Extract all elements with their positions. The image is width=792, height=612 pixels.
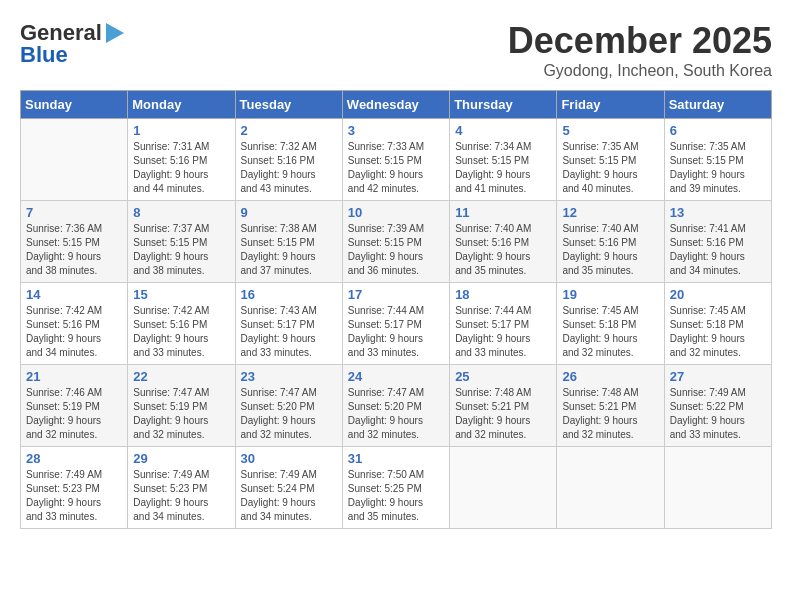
- calendar-cell: 5Sunrise: 7:35 AM Sunset: 5:15 PM Daylig…: [557, 119, 664, 201]
- calendar-cell: 19Sunrise: 7:45 AM Sunset: 5:18 PM Dayli…: [557, 283, 664, 365]
- day-number: 23: [241, 369, 337, 384]
- day-info: Sunrise: 7:47 AM Sunset: 5:20 PM Dayligh…: [241, 386, 337, 442]
- day-number: 14: [26, 287, 122, 302]
- calendar-cell: 9Sunrise: 7:38 AM Sunset: 5:15 PM Daylig…: [235, 201, 342, 283]
- day-number: 21: [26, 369, 122, 384]
- calendar-cell: 22Sunrise: 7:47 AM Sunset: 5:19 PM Dayli…: [128, 365, 235, 447]
- header-tuesday: Tuesday: [235, 91, 342, 119]
- day-number: 18: [455, 287, 551, 302]
- day-number: 4: [455, 123, 551, 138]
- calendar-cell: 30Sunrise: 7:49 AM Sunset: 5:24 PM Dayli…: [235, 447, 342, 529]
- day-info: Sunrise: 7:45 AM Sunset: 5:18 PM Dayligh…: [562, 304, 658, 360]
- day-info: Sunrise: 7:36 AM Sunset: 5:15 PM Dayligh…: [26, 222, 122, 278]
- calendar-cell: 24Sunrise: 7:47 AM Sunset: 5:20 PM Dayli…: [342, 365, 449, 447]
- day-info: Sunrise: 7:44 AM Sunset: 5:17 PM Dayligh…: [455, 304, 551, 360]
- calendar-cell: 15Sunrise: 7:42 AM Sunset: 5:16 PM Dayli…: [128, 283, 235, 365]
- calendar-cell: [450, 447, 557, 529]
- day-number: 9: [241, 205, 337, 220]
- day-number: 29: [133, 451, 229, 466]
- header-saturday: Saturday: [664, 91, 771, 119]
- week-row-4: 28Sunrise: 7:49 AM Sunset: 5:23 PM Dayli…: [21, 447, 772, 529]
- week-row-0: 1Sunrise: 7:31 AM Sunset: 5:16 PM Daylig…: [21, 119, 772, 201]
- day-info: Sunrise: 7:44 AM Sunset: 5:17 PM Dayligh…: [348, 304, 444, 360]
- calendar-cell: 6Sunrise: 7:35 AM Sunset: 5:15 PM Daylig…: [664, 119, 771, 201]
- calendar-cell: [21, 119, 128, 201]
- logo-arrow-icon: [106, 23, 124, 43]
- day-number: 28: [26, 451, 122, 466]
- day-number: 19: [562, 287, 658, 302]
- week-row-3: 21Sunrise: 7:46 AM Sunset: 5:19 PM Dayli…: [21, 365, 772, 447]
- day-info: Sunrise: 7:43 AM Sunset: 5:17 PM Dayligh…: [241, 304, 337, 360]
- calendar-cell: 17Sunrise: 7:44 AM Sunset: 5:17 PM Dayli…: [342, 283, 449, 365]
- day-info: Sunrise: 7:39 AM Sunset: 5:15 PM Dayligh…: [348, 222, 444, 278]
- day-info: Sunrise: 7:41 AM Sunset: 5:16 PM Dayligh…: [670, 222, 766, 278]
- header-wednesday: Wednesday: [342, 91, 449, 119]
- page-header: General Blue December 2025 Gyodong, Inch…: [20, 20, 772, 80]
- logo: General Blue: [20, 20, 124, 68]
- location: Gyodong, Incheon, South Korea: [508, 62, 772, 80]
- day-number: 7: [26, 205, 122, 220]
- calendar-cell: 8Sunrise: 7:37 AM Sunset: 5:15 PM Daylig…: [128, 201, 235, 283]
- day-number: 24: [348, 369, 444, 384]
- day-info: Sunrise: 7:38 AM Sunset: 5:15 PM Dayligh…: [241, 222, 337, 278]
- header-monday: Monday: [128, 91, 235, 119]
- day-number: 20: [670, 287, 766, 302]
- day-info: Sunrise: 7:37 AM Sunset: 5:15 PM Dayligh…: [133, 222, 229, 278]
- day-info: Sunrise: 7:32 AM Sunset: 5:16 PM Dayligh…: [241, 140, 337, 196]
- day-info: Sunrise: 7:49 AM Sunset: 5:23 PM Dayligh…: [26, 468, 122, 524]
- day-number: 6: [670, 123, 766, 138]
- calendar-cell: 2Sunrise: 7:32 AM Sunset: 5:16 PM Daylig…: [235, 119, 342, 201]
- calendar-cell: 23Sunrise: 7:47 AM Sunset: 5:20 PM Dayli…: [235, 365, 342, 447]
- day-number: 22: [133, 369, 229, 384]
- day-number: 5: [562, 123, 658, 138]
- day-info: Sunrise: 7:42 AM Sunset: 5:16 PM Dayligh…: [26, 304, 122, 360]
- calendar-cell: 21Sunrise: 7:46 AM Sunset: 5:19 PM Dayli…: [21, 365, 128, 447]
- calendar-cell: [557, 447, 664, 529]
- day-number: 25: [455, 369, 551, 384]
- day-info: Sunrise: 7:47 AM Sunset: 5:19 PM Dayligh…: [133, 386, 229, 442]
- header-friday: Friday: [557, 91, 664, 119]
- day-number: 27: [670, 369, 766, 384]
- calendar-cell: 11Sunrise: 7:40 AM Sunset: 5:16 PM Dayli…: [450, 201, 557, 283]
- day-info: Sunrise: 7:48 AM Sunset: 5:21 PM Dayligh…: [562, 386, 658, 442]
- day-info: Sunrise: 7:42 AM Sunset: 5:16 PM Dayligh…: [133, 304, 229, 360]
- day-info: Sunrise: 7:48 AM Sunset: 5:21 PM Dayligh…: [455, 386, 551, 442]
- day-number: 26: [562, 369, 658, 384]
- calendar-cell: 14Sunrise: 7:42 AM Sunset: 5:16 PM Dayli…: [21, 283, 128, 365]
- calendar-cell: 28Sunrise: 7:49 AM Sunset: 5:23 PM Dayli…: [21, 447, 128, 529]
- day-number: 17: [348, 287, 444, 302]
- day-info: Sunrise: 7:45 AM Sunset: 5:18 PM Dayligh…: [670, 304, 766, 360]
- day-number: 15: [133, 287, 229, 302]
- calendar-cell: 29Sunrise: 7:49 AM Sunset: 5:23 PM Dayli…: [128, 447, 235, 529]
- calendar-cell: 18Sunrise: 7:44 AM Sunset: 5:17 PM Dayli…: [450, 283, 557, 365]
- day-number: 8: [133, 205, 229, 220]
- title-area: December 2025 Gyodong, Incheon, South Ko…: [508, 20, 772, 80]
- day-info: Sunrise: 7:50 AM Sunset: 5:25 PM Dayligh…: [348, 468, 444, 524]
- day-info: Sunrise: 7:49 AM Sunset: 5:24 PM Dayligh…: [241, 468, 337, 524]
- day-number: 3: [348, 123, 444, 138]
- calendar-cell: 16Sunrise: 7:43 AM Sunset: 5:17 PM Dayli…: [235, 283, 342, 365]
- header-thursday: Thursday: [450, 91, 557, 119]
- calendar-cell: 4Sunrise: 7:34 AM Sunset: 5:15 PM Daylig…: [450, 119, 557, 201]
- calendar-table: SundayMondayTuesdayWednesdayThursdayFrid…: [20, 90, 772, 529]
- calendar-cell: 7Sunrise: 7:36 AM Sunset: 5:15 PM Daylig…: [21, 201, 128, 283]
- day-number: 11: [455, 205, 551, 220]
- day-info: Sunrise: 7:49 AM Sunset: 5:23 PM Dayligh…: [133, 468, 229, 524]
- week-row-1: 7Sunrise: 7:36 AM Sunset: 5:15 PM Daylig…: [21, 201, 772, 283]
- day-info: Sunrise: 7:46 AM Sunset: 5:19 PM Dayligh…: [26, 386, 122, 442]
- day-info: Sunrise: 7:35 AM Sunset: 5:15 PM Dayligh…: [670, 140, 766, 196]
- day-info: Sunrise: 7:35 AM Sunset: 5:15 PM Dayligh…: [562, 140, 658, 196]
- day-number: 30: [241, 451, 337, 466]
- calendar-cell: 1Sunrise: 7:31 AM Sunset: 5:16 PM Daylig…: [128, 119, 235, 201]
- calendar-cell: 3Sunrise: 7:33 AM Sunset: 5:15 PM Daylig…: [342, 119, 449, 201]
- day-info: Sunrise: 7:34 AM Sunset: 5:15 PM Dayligh…: [455, 140, 551, 196]
- day-info: Sunrise: 7:33 AM Sunset: 5:15 PM Dayligh…: [348, 140, 444, 196]
- calendar-cell: 20Sunrise: 7:45 AM Sunset: 5:18 PM Dayli…: [664, 283, 771, 365]
- day-number: 31: [348, 451, 444, 466]
- calendar-cell: 31Sunrise: 7:50 AM Sunset: 5:25 PM Dayli…: [342, 447, 449, 529]
- calendar-cell: 10Sunrise: 7:39 AM Sunset: 5:15 PM Dayli…: [342, 201, 449, 283]
- day-info: Sunrise: 7:40 AM Sunset: 5:16 PM Dayligh…: [562, 222, 658, 278]
- day-number: 13: [670, 205, 766, 220]
- calendar-cell: 27Sunrise: 7:49 AM Sunset: 5:22 PM Dayli…: [664, 365, 771, 447]
- header-row: SundayMondayTuesdayWednesdayThursdayFrid…: [21, 91, 772, 119]
